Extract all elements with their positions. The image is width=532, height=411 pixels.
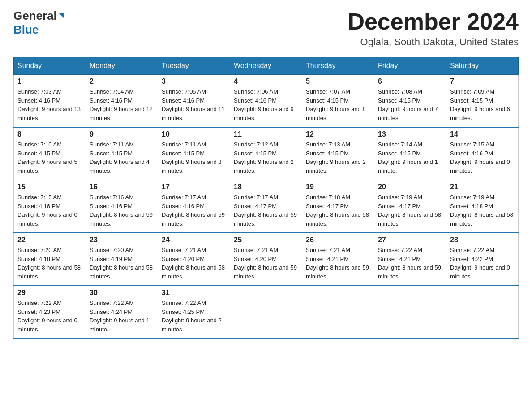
day-info: Sunrise: 7:10 AMSunset: 4:15 PMDaylight:… [17,140,82,175]
day-number: 24 [162,236,226,244]
day-number: 3 [162,77,226,86]
day-number: 18 [234,183,298,191]
calendar-cell: 15Sunrise: 7:15 AMSunset: 4:16 PMDayligh… [14,180,86,233]
day-number: 5 [306,77,370,86]
weekday-header-row: SundayMondayTuesdayWednesdayThursdayFrid… [14,57,519,75]
calendar-cell: 11Sunrise: 7:12 AMSunset: 4:15 PMDayligh… [230,127,302,180]
day-number: 14 [450,130,515,138]
day-number: 27 [378,236,442,244]
logo-blue-text: Blue [13,23,65,37]
weekday-header-friday: Friday [374,57,446,75]
day-number: 9 [90,130,154,138]
day-info: Sunrise: 7:13 AMSunset: 4:15 PMDaylight:… [306,140,370,175]
calendar-cell [446,286,519,338]
calendar-table: SundayMondayTuesdayWednesdayThursdayFrid… [13,57,519,339]
calendar-cell: 21Sunrise: 7:19 AMSunset: 4:18 PMDayligh… [446,180,519,233]
calendar-cell: 10Sunrise: 7:11 AMSunset: 4:15 PMDayligh… [158,127,230,180]
day-info: Sunrise: 7:06 AMSunset: 4:16 PMDaylight:… [234,87,298,122]
logo-general-text: General [13,9,57,23]
day-info: Sunrise: 7:09 AMSunset: 4:15 PMDaylight:… [450,87,515,122]
day-number: 31 [162,289,226,297]
day-info: Sunrise: 7:11 AMSunset: 4:15 PMDaylight:… [90,140,154,175]
day-number: 8 [17,130,82,138]
day-info: Sunrise: 7:05 AMSunset: 4:16 PMDaylight:… [162,87,226,122]
day-info: Sunrise: 7:07 AMSunset: 4:15 PMDaylight:… [306,87,370,122]
calendar-cell: 8Sunrise: 7:10 AMSunset: 4:15 PMDaylight… [14,127,86,180]
day-info: Sunrise: 7:15 AMSunset: 4:16 PMDaylight:… [450,140,515,175]
day-info: Sunrise: 7:17 AMSunset: 4:16 PMDaylight:… [162,193,226,228]
day-info: Sunrise: 7:14 AMSunset: 4:15 PMDaylight:… [378,140,442,175]
calendar-cell: 5Sunrise: 7:07 AMSunset: 4:15 PMDaylight… [302,75,374,128]
calendar-cell: 23Sunrise: 7:20 AMSunset: 4:19 PMDayligh… [86,233,158,286]
calendar-cell: 22Sunrise: 7:20 AMSunset: 4:18 PMDayligh… [14,233,86,286]
day-number: 25 [234,236,298,244]
calendar-cell: 24Sunrise: 7:21 AMSunset: 4:20 PMDayligh… [158,233,230,286]
calendar-cell: 26Sunrise: 7:21 AMSunset: 4:21 PMDayligh… [302,233,374,286]
day-number: 10 [162,130,226,138]
day-info: Sunrise: 7:21 AMSunset: 4:20 PMDaylight:… [234,246,298,281]
day-number: 2 [90,77,154,86]
calendar-cell: 14Sunrise: 7:15 AMSunset: 4:16 PMDayligh… [446,127,519,180]
logo: General Blue [13,9,65,37]
calendar-cell: 20Sunrise: 7:19 AMSunset: 4:17 PMDayligh… [374,180,446,233]
title-area: December 2024 Oglala, South Dakota, Unit… [348,9,519,48]
calendar-week-row: 29Sunrise: 7:22 AMSunset: 4:23 PMDayligh… [14,286,519,338]
calendar-cell: 12Sunrise: 7:13 AMSunset: 4:15 PMDayligh… [302,127,374,180]
day-number: 19 [306,183,370,191]
day-info: Sunrise: 7:08 AMSunset: 4:15 PMDaylight:… [378,87,442,122]
calendar-week-row: 1Sunrise: 7:03 AMSunset: 4:16 PMDaylight… [14,75,519,128]
day-number: 22 [17,236,82,244]
day-info: Sunrise: 7:19 AMSunset: 4:17 PMDaylight:… [378,193,442,228]
day-info: Sunrise: 7:15 AMSunset: 4:16 PMDaylight:… [17,193,82,228]
day-info: Sunrise: 7:16 AMSunset: 4:16 PMDaylight:… [90,193,154,228]
svg-marker-0 [59,13,64,18]
day-number: 26 [306,236,370,244]
day-number: 29 [17,289,82,297]
day-info: Sunrise: 7:04 AMSunset: 4:16 PMDaylight:… [90,87,154,122]
day-number: 16 [90,183,154,191]
day-number: 21 [450,183,515,191]
calendar-cell: 2Sunrise: 7:04 AMSunset: 4:16 PMDaylight… [86,75,158,128]
day-info: Sunrise: 7:20 AMSunset: 4:18 PMDaylight:… [17,246,82,281]
weekday-header-tuesday: Tuesday [158,57,230,75]
calendar-cell: 19Sunrise: 7:18 AMSunset: 4:17 PMDayligh… [302,180,374,233]
day-number: 20 [378,183,442,191]
day-number: 1 [17,77,82,86]
day-number: 13 [378,130,442,138]
weekday-header-sunday: Sunday [14,57,86,75]
day-info: Sunrise: 7:22 AMSunset: 4:25 PMDaylight:… [162,299,226,334]
calendar-cell: 16Sunrise: 7:16 AMSunset: 4:16 PMDayligh… [86,180,158,233]
day-info: Sunrise: 7:21 AMSunset: 4:21 PMDaylight:… [306,246,370,281]
calendar-week-row: 8Sunrise: 7:10 AMSunset: 4:15 PMDaylight… [14,127,519,180]
calendar-week-row: 15Sunrise: 7:15 AMSunset: 4:16 PMDayligh… [14,180,519,233]
calendar-cell: 1Sunrise: 7:03 AMSunset: 4:16 PMDaylight… [14,75,86,128]
day-info: Sunrise: 7:17 AMSunset: 4:17 PMDaylight:… [234,193,298,228]
day-number: 6 [378,77,442,86]
day-number: 7 [450,77,515,86]
month-title: December 2024 [348,9,519,34]
calendar-cell: 17Sunrise: 7:17 AMSunset: 4:16 PMDayligh… [158,180,230,233]
calendar-header: SundayMondayTuesdayWednesdayThursdayFrid… [14,57,519,75]
calendar-cell: 13Sunrise: 7:14 AMSunset: 4:15 PMDayligh… [374,127,446,180]
calendar-cell: 18Sunrise: 7:17 AMSunset: 4:17 PMDayligh… [230,180,302,233]
calendar-cell: 28Sunrise: 7:22 AMSunset: 4:22 PMDayligh… [446,233,519,286]
day-info: Sunrise: 7:20 AMSunset: 4:19 PMDaylight:… [90,246,154,281]
day-info: Sunrise: 7:19 AMSunset: 4:18 PMDaylight:… [450,193,515,228]
day-info: Sunrise: 7:12 AMSunset: 4:15 PMDaylight:… [234,140,298,175]
day-number: 17 [162,183,226,191]
day-info: Sunrise: 7:22 AMSunset: 4:23 PMDaylight:… [17,299,82,334]
calendar-cell: 27Sunrise: 7:22 AMSunset: 4:21 PMDayligh… [374,233,446,286]
day-number: 30 [90,289,154,297]
day-info: Sunrise: 7:21 AMSunset: 4:20 PMDaylight:… [162,246,226,281]
weekday-header-monday: Monday [86,57,158,75]
calendar-cell [374,286,446,338]
calendar-cell [302,286,374,338]
day-number: 28 [450,236,515,244]
weekday-header-wednesday: Wednesday [230,57,302,75]
calendar-cell: 3Sunrise: 7:05 AMSunset: 4:16 PMDaylight… [158,75,230,128]
page-header: General Blue December 2024 Oglala, South… [13,9,519,48]
calendar-cell: 30Sunrise: 7:22 AMSunset: 4:24 PMDayligh… [86,286,158,338]
day-info: Sunrise: 7:22 AMSunset: 4:21 PMDaylight:… [378,246,442,281]
weekday-header-saturday: Saturday [446,57,519,75]
calendar-cell [230,286,302,338]
